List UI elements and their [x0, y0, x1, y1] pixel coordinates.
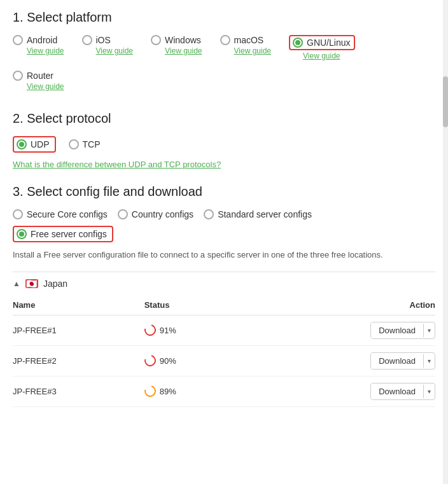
- platform-android-radio-row[interactable]: Android: [13, 35, 57, 45]
- config-free-server[interactable]: Free server configs: [13, 226, 113, 242]
- platform-row-bottom: Router View guide: [13, 71, 435, 96]
- platform-gnulinux-radio[interactable]: [293, 38, 303, 48]
- platform-android: Android View guide: [13, 35, 64, 55]
- config-standard-server-radio[interactable]: [204, 209, 214, 219]
- country-header[interactable]: ▲ 🇯🇵 Japan: [13, 272, 435, 295]
- download-chevron-1[interactable]: ▾: [423, 354, 435, 368]
- config-secure-core-label[interactable]: Secure Core configs: [27, 209, 108, 219]
- table-section: ▲ 🇯🇵 Japan Name Status Action JP-FREE#1 …: [13, 272, 435, 407]
- col-action: Action: [240, 295, 435, 315]
- platform-windows-label[interactable]: Windows: [165, 35, 201, 45]
- protocol-udp-label[interactable]: UDP: [31, 139, 50, 149]
- config-country[interactable]: Country configs: [118, 209, 193, 219]
- server-status-0: 91%: [144, 315, 241, 345]
- protocol-row: UDP TCP: [13, 136, 435, 153]
- platform-gnulinux-guide[interactable]: View guide: [303, 52, 340, 60]
- config-country-label[interactable]: Country configs: [132, 209, 193, 219]
- config-secure-core-radio[interactable]: [13, 209, 23, 219]
- download-button-2[interactable]: Download: [371, 384, 423, 399]
- status-ring-1: [142, 353, 158, 369]
- platform-router-radio[interactable]: [13, 71, 23, 81]
- download-button-1[interactable]: Download: [371, 353, 423, 369]
- server-pct-2: 89%: [160, 387, 176, 396]
- platform-router-label[interactable]: Router: [27, 71, 53, 81]
- config-standard-server-label[interactable]: Standard server configs: [218, 209, 312, 219]
- platform-ios-radio-row[interactable]: iOS: [82, 35, 111, 45]
- platform-macos-guide[interactable]: View guide: [234, 46, 272, 55]
- scrollbar[interactable]: [443, 0, 448, 484]
- table-header-row: Name Status Action: [13, 295, 435, 315]
- protocol-udp-radio[interactable]: [17, 139, 27, 149]
- download-btn-wrap-2: Download ▾: [370, 383, 435, 400]
- protocol-section: 2. Select protocol UDP TCP What is the d…: [13, 111, 435, 169]
- platform-router-guide[interactable]: View guide: [27, 82, 64, 91]
- chevron-up-icon: ▲: [13, 279, 20, 288]
- platform-router-radio-row[interactable]: Router: [13, 71, 53, 81]
- platform-windows-radio-row[interactable]: Windows: [151, 35, 201, 45]
- config-section: 3. Select config file and download Secur…: [13, 184, 435, 407]
- platform-gnulinux: GNU/Linux View guide: [289, 35, 355, 60]
- platform-macos-radio[interactable]: [220, 35, 230, 45]
- protocol-tcp-radio[interactable]: [69, 139, 79, 149]
- config-secure-core[interactable]: Secure Core configs: [13, 209, 108, 219]
- config-free-server-radio[interactable]: [17, 229, 27, 239]
- server-name-1: JP-FREE#2: [13, 345, 144, 376]
- udp-tcp-link[interactable]: What is the difference between UDP and T…: [13, 160, 221, 169]
- platform-android-label[interactable]: Android: [27, 35, 57, 45]
- server-pct-1: 90%: [160, 356, 176, 366]
- platform-macos-label[interactable]: macOS: [234, 35, 264, 45]
- platform-ios-guide[interactable]: View guide: [96, 46, 134, 55]
- platform-macos-radio-row[interactable]: macOS: [220, 35, 264, 45]
- col-name: Name: [13, 295, 144, 315]
- download-chevron-0[interactable]: ▾: [423, 324, 435, 337]
- protocol-tcp[interactable]: TCP: [69, 139, 101, 149]
- server-name-2: JP-FREE#3: [13, 376, 144, 406]
- server-action-1: Download ▾: [240, 345, 435, 376]
- protocol-tcp-label[interactable]: TCP: [83, 139, 101, 149]
- download-button-0[interactable]: Download: [371, 322, 423, 338]
- server-status-1: 90%: [144, 345, 241, 376]
- config-country-radio[interactable]: [118, 209, 128, 219]
- platform-ios-radio[interactable]: [82, 35, 92, 45]
- server-action-0: Download ▾: [240, 315, 435, 345]
- col-status: Status: [144, 295, 241, 315]
- server-table: Name Status Action JP-FREE#1 91% Downloa…: [13, 295, 435, 407]
- server-status-2: 89%: [144, 376, 241, 406]
- status-ring-2: [142, 384, 158, 399]
- protocol-udp[interactable]: UDP: [13, 136, 56, 153]
- platform-windows: Windows View guide: [151, 35, 202, 55]
- download-btn-wrap-0: Download ▾: [370, 322, 435, 339]
- country-name: Japan: [43, 279, 67, 289]
- table-row: JP-FREE#2 90% Download ▾: [13, 345, 435, 376]
- platform-ios-label[interactable]: iOS: [96, 35, 111, 45]
- platform-windows-radio[interactable]: [151, 35, 161, 45]
- platform-gnulinux-radio-row[interactable]: GNU/Linux: [289, 35, 355, 50]
- config-options-row: Secure Core configs Country configs Stan…: [13, 209, 435, 219]
- platform-section: 1. Select platform Android View guide iO…: [13, 10, 435, 96]
- platform-macos: macOS View guide: [220, 35, 272, 55]
- server-name-0: JP-FREE#1: [13, 315, 144, 345]
- platform-gnulinux-label[interactable]: GNU/Linux: [307, 38, 350, 48]
- step2-title: 2. Select protocol: [13, 111, 435, 126]
- scrollbar-thumb[interactable]: [443, 76, 448, 127]
- platform-row-top: Android View guide iOS View guide Window…: [13, 35, 435, 66]
- server-pct-0: 91%: [160, 326, 176, 335]
- config-standard-server[interactable]: Standard server configs: [204, 209, 312, 219]
- table-row: JP-FREE#1 91% Download ▾: [13, 315, 435, 345]
- platform-android-guide[interactable]: View guide: [27, 46, 64, 55]
- config-options-row2: Free server configs: [13, 226, 435, 242]
- step1-title: 1. Select platform: [13, 10, 435, 25]
- download-chevron-2[interactable]: ▾: [423, 385, 435, 398]
- platform-router: Router View guide: [13, 71, 64, 91]
- table-row: JP-FREE#3 89% Download ▾: [13, 376, 435, 406]
- server-action-2: Download ▾: [240, 376, 435, 406]
- platform-android-radio[interactable]: [13, 35, 23, 45]
- flag-japan-icon: 🇯🇵: [25, 279, 38, 288]
- step3-title: 3. Select config file and download: [13, 184, 435, 199]
- platform-ios: iOS View guide: [82, 35, 134, 55]
- config-description: Install a Free server configuration file…: [13, 249, 435, 261]
- download-btn-wrap-1: Download ▾: [370, 352, 435, 370]
- config-free-server-label[interactable]: Free server configs: [31, 229, 107, 239]
- status-ring-0: [142, 322, 158, 338]
- platform-windows-guide[interactable]: View guide: [165, 46, 202, 55]
